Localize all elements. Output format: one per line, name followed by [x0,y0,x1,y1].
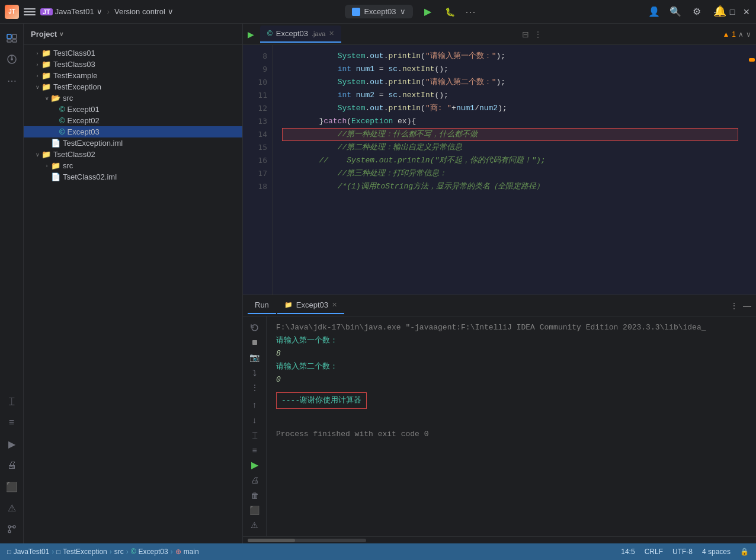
status-TestException[interactable]: TestException [63,548,107,556]
run-tab-more-icon[interactable]: ⋮ [730,301,738,311]
rail-terminal-icon[interactable]: ⬛ [2,477,21,496]
tab-ext: .java [312,30,325,37]
stop-button[interactable] [246,336,263,348]
restart-button[interactable] [246,321,263,334]
run-tab-close[interactable]: ✕ [332,301,337,309]
tab-split-icon[interactable]: ⊟ [522,30,529,39]
run-toolbar-more[interactable]: ⋮ [246,381,263,393]
delete-button[interactable]: 🗑 [246,489,263,501]
status-main[interactable]: main [184,548,199,556]
tree-item-Except02[interactable]: © Except02 [24,115,242,126]
hamburger-menu[interactable] [24,6,36,18]
rail-git2-icon[interactable] [2,520,21,539]
editor-tab-close[interactable]: ✕ [329,30,334,37]
status-sep2: › [110,548,112,556]
notification-bell[interactable]: 🔔 [713,5,726,18]
code-line-9: int num1 = sc.nextInt(); [282,63,738,76]
project-switcher[interactable]: JT JavaTest01 ∨ [40,7,102,16]
terminal-button[interactable]: ⬛ [246,504,263,516]
status-encoding[interactable]: UTF-8 [672,548,693,556]
status-line-ending[interactable]: CRLF [645,548,663,556]
print-button[interactable]: 🖨 [246,474,263,487]
code-content[interactable]: System.out.println("请输入第一个数："); int num1… [273,45,748,295]
folder-icon-src: 📂 [51,94,60,103]
tree-item-TestClass01[interactable]: › 📁 TestClass01 [24,47,242,59]
svg-point-7 [8,526,11,528]
rail-git-icon[interactable] [2,50,21,69]
folder-icon-src2: 📁 [51,161,60,170]
line-num-16: 16 [243,154,267,167]
rail-wrap-icon[interactable]: ≡ [2,413,21,432]
status-bar: □ JavaTest01 › □ TestException › src › ©… [0,543,756,560]
tree-item-Except03[interactable]: © Except03 [24,126,242,137]
tree-item-TestException[interactable]: ∨ 📁 TestException [24,81,242,92]
tree-label-TestClass03: TestClass03 [53,60,95,69]
line-num-17: 17 [243,167,267,180]
debug-button[interactable]: 🐛 [443,4,458,20]
code-line-15: //第二种处理：输出自定义异常信息 [282,141,738,154]
more-button[interactable]: ⋯ [465,5,476,18]
status-JavaTest01[interactable]: JavaTest01 [14,548,50,556]
folder-module-icon2: 📁 [41,60,51,69]
tree-item-Except01[interactable]: © Except01 [24,104,242,115]
tree-item-TsetClass02-iml[interactable]: 📄 TsetClass02.iml [24,171,242,183]
rail-print-icon[interactable]: 🖨 [2,456,21,475]
settings-icon[interactable]: ⚙ [690,5,704,19]
scroll-to-end-button[interactable]: ⤵ [246,366,263,379]
close-button[interactable]: ✕ [742,7,751,17]
status-position[interactable]: 14:5 [621,548,635,556]
profile-icon[interactable]: 👤 [647,5,661,19]
warn-button[interactable]: ⚠ [246,519,263,532]
tree-label-TestClass01: TestClass01 [53,49,95,57]
tree-item-TestClass03[interactable]: › 📁 TestClass03 [24,59,242,70]
rail-more-icon[interactable]: ⋯ [2,71,21,90]
scroll-marker [749,58,755,62]
run-icon-tab[interactable]: ▶ [248,30,254,39]
run-tab-item-Except03[interactable]: 📁 Except03 ✕ [277,297,344,314]
run-button[interactable]: ▶ [420,4,435,20]
run-scrollbar-thumb[interactable] [248,539,295,542]
editor-tab-Except03[interactable]: © Except03 .java ✕ [260,25,341,43]
up-arrow-button[interactable]: ↑ [246,399,263,411]
format-button[interactable]: ⌶ [246,429,263,441]
svg-point-9 [8,530,11,533]
run-tab-item-run[interactable]: Run [248,297,276,314]
warning-nav-up[interactable]: ∧ [738,30,744,39]
rail-format-icon[interactable]: ⌶ [2,392,21,411]
vcs-text: Version control [114,7,165,16]
search-icon[interactable]: 🔍 [668,5,683,19]
tree-arrow-TsetClass02: ∨ [33,152,41,158]
folder-module-icon: 📁 [41,49,51,57]
rail-warn-icon[interactable]: ⚠ [2,498,21,517]
tree-item-src2[interactable]: › 📁 src [24,160,242,171]
run-scrollbar[interactable] [243,536,756,543]
tree-item-TestExample[interactable]: › 📁 TestExample [24,70,242,81]
status-indent[interactable]: 4 spaces [702,548,731,556]
java-icon-Except03: © [59,127,65,136]
screenshot-button[interactable]: 📷 [246,351,263,364]
tree-item-TestException-iml[interactable]: 📄 TestException.iml [24,137,242,149]
tree-item-src[interactable]: ∨ 📂 src [24,92,242,104]
status-lock-icon[interactable]: 🔒 [740,548,749,556]
vcs-label[interactable]: Version control ∨ [114,7,174,16]
warning-nav-down[interactable]: ∨ [746,30,751,39]
play-run-button[interactable]: ▶ [246,459,263,471]
line-num-15: 15 [243,141,267,154]
tree-item-TsetClass02[interactable]: ∨ 📁 TsetClass02 [24,149,242,160]
code-line-12: System.out.println("商: "+num1/num2); [282,102,738,115]
status-src[interactable]: src [114,548,124,556]
run-tabs: Run 📁 Except03 ✕ ⋮ — [243,295,756,316]
status-Except03[interactable]: Except03 [139,548,168,556]
run-output[interactable]: F:\Java\jdk-17\bin\java.exe "-javaagent:… [267,316,756,536]
editor-tabs: ▶ © Except03 .java ✕ ⊟ ⋮ ▲ 1 ∧ ∨ [243,24,756,45]
tab-more-icon[interactable]: ⋮ [534,30,542,39]
sidebar: Project ∨ › 📁 TestClass01 › 📁 TestClass0… [24,24,243,543]
rail-project-icon[interactable] [2,28,21,47]
down-arrow-button[interactable]: ↓ [246,414,263,426]
rail-play-icon[interactable]: ▶ [2,434,21,453]
run-target-selector[interactable]: Except03 ∨ [345,5,412,18]
wrap-button[interactable]: ≡ [246,444,263,456]
run-tab-minimize-icon[interactable]: — [743,301,751,311]
editor-scrollbar[interactable] [748,45,756,295]
maximize-button[interactable]: □ [728,7,737,17]
